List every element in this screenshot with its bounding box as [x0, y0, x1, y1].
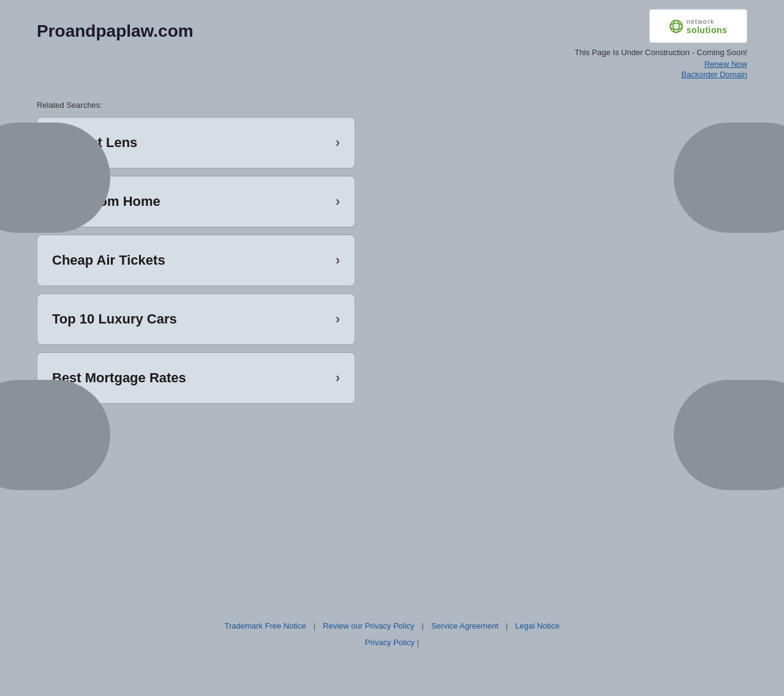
decorative-pill-right-top — [674, 123, 784, 233]
footer-trademark-link[interactable]: Trademark Free Notice — [217, 621, 313, 630]
footer-links: Trademark Free Notice | Review our Priva… — [0, 621, 784, 630]
header-links: Renew Now Backorder Domain — [681, 59, 747, 79]
footer-privacy-policy-link[interactable]: Review our Privacy Policy — [315, 621, 422, 630]
network-solutions-logo: network solutions — [649, 9, 747, 43]
ns-globe-icon — [669, 20, 683, 33]
header-right: network solutions This Page Is Under Con… — [575, 9, 747, 79]
chevron-right-icon: › — [336, 252, 340, 268]
chevron-right-icon: › — [336, 370, 340, 386]
chevron-right-icon: › — [336, 194, 340, 210]
search-item-top-10-luxury-cars[interactable]: Top 10 Luxury Cars › — [37, 293, 355, 345]
site-title[interactable]: Proandpaplaw.com — [37, 21, 194, 41]
footer-privacy-sep: | — [417, 638, 419, 647]
search-item-label: Cheap Air Tickets — [52, 252, 165, 268]
ns-logo-text-block: network solutions — [687, 18, 728, 35]
backorder-domain-link[interactable]: Backorder Domain — [681, 70, 747, 79]
header: Proandpaplaw.com network solutions This … — [0, 0, 784, 88]
footer: Trademark Free Notice | Review our Priva… — [0, 621, 784, 647]
footer-legal-notice-link[interactable]: Legal Notice — [508, 621, 567, 630]
decorative-pill-left-bottom — [0, 380, 110, 490]
ns-logo-text-network: network — [687, 18, 728, 25]
decorative-pill-left-top — [0, 123, 110, 233]
renew-now-link[interactable]: Renew Now — [704, 59, 747, 69]
search-item-label: Top 10 Luxury Cars — [52, 311, 177, 327]
footer-privacy-link[interactable]: Privacy Policy — [365, 638, 415, 647]
search-item-cheap-air-tickets[interactable]: Cheap Air Tickets › — [37, 235, 355, 286]
ns-logo-text-solutions: solutions — [687, 25, 728, 35]
footer-privacy-row: Privacy Policy | — [0, 638, 784, 647]
chevron-right-icon: › — [336, 135, 340, 151]
construction-text: This Page Is Under Construction - Coming… — [575, 48, 747, 57]
footer-service-agreement-link[interactable]: Service Agreement — [424, 621, 506, 630]
ns-logo-inner: network solutions — [669, 18, 728, 35]
main-content: Related Searches: Contact Lens › Work fr… — [0, 88, 784, 423]
decorative-pill-right-bottom — [674, 380, 784, 490]
chevron-right-icon: › — [336, 311, 340, 327]
related-searches-label: Related Searches: — [37, 100, 747, 110]
